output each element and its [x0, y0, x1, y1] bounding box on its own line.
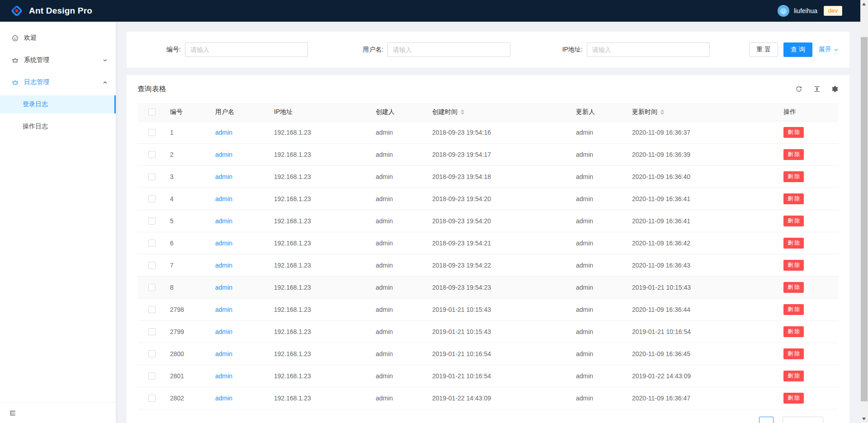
username-link[interactable]: admin — [215, 151, 232, 158]
table-row: 7 admin 192.168.1.23 admin 2018-09-23 19… — [137, 254, 839, 276]
vertical-scrollbar[interactable] — [860, 0, 868, 423]
cell-creator: admin — [372, 232, 429, 254]
username-link[interactable]: admin — [215, 173, 232, 180]
row-checkbox[interactable] — [148, 151, 156, 158]
page-size-select[interactable] — [783, 417, 823, 423]
crown-icon — [12, 79, 19, 86]
username-link[interactable]: admin — [215, 262, 232, 269]
expand-toggle[interactable]: 展开 — [819, 46, 839, 54]
cell-id: 3 — [166, 165, 212, 188]
cell-ip: 192.168.1.23 — [270, 165, 372, 188]
user-name[interactable]: liufeihua — [794, 7, 817, 14]
username-link[interactable]: admin — [215, 284, 232, 291]
cell-id: 2801 — [166, 365, 212, 387]
cell-id: 1 — [166, 121, 212, 143]
cell-updated-time: 2020-11-09 16:36:39 — [628, 143, 780, 165]
delete-button[interactable]: 删 除 — [783, 282, 804, 293]
row-checkbox[interactable] — [148, 195, 156, 202]
delete-button[interactable]: 删 除 — [783, 348, 804, 359]
query-button[interactable]: 查 询 — [783, 42, 812, 57]
delete-button[interactable]: 删 除 — [783, 171, 804, 182]
username-link[interactable]: admin — [215, 129, 232, 136]
username-link[interactable]: admin — [215, 350, 232, 357]
table-card: 查询表格 — [127, 75, 849, 423]
username-link[interactable]: admin — [215, 240, 232, 247]
row-checkbox[interactable] — [148, 350, 156, 357]
cell-ip: 192.168.1.23 — [270, 320, 372, 343]
select-all-checkbox[interactable] — [148, 108, 156, 116]
cell-updater: admin — [572, 320, 628, 343]
cell-ip: 192.168.1.23 — [270, 232, 372, 254]
sidebar-item-system-management[interactable]: 系统管理 — [0, 51, 116, 69]
row-checkbox[interactable] — [148, 328, 156, 335]
menu-fold-icon[interactable] — [9, 409, 16, 417]
username-link[interactable]: admin — [215, 395, 232, 402]
row-checkbox[interactable] — [148, 173, 156, 180]
sidebar-item-label: 操作日志 — [23, 122, 108, 131]
app-logo[interactable]: Ant Design Pro — [10, 4, 92, 18]
cell-id: 2799 — [166, 320, 212, 343]
delete-button[interactable]: 删 除 — [783, 393, 804, 404]
username-link[interactable]: admin — [215, 195, 232, 202]
user-avatar[interactable] — [778, 5, 789, 17]
cell-updated-time: 2019-01-22 14:43:09 — [628, 365, 780, 387]
sidebar-item-operation-log[interactable]: 操作日志 — [0, 118, 116, 136]
row-checkbox[interactable] — [148, 129, 156, 136]
delete-button[interactable]: 删 除 — [783, 260, 804, 271]
cell-updater: admin — [572, 121, 628, 143]
column-header-username: 用户名 — [212, 103, 270, 121]
row-checkbox[interactable] — [148, 262, 156, 269]
delete-button[interactable]: 删 除 — [783, 193, 804, 204]
sidebar-item-log-management[interactable]: 日志管理 — [0, 73, 116, 91]
pagination-page-1-button[interactable] — [759, 417, 774, 423]
username-link[interactable]: admin — [215, 217, 232, 225]
cell-creator: admin — [372, 276, 429, 298]
cell-updated-time: 2019-01-21 10:15:43 — [628, 276, 780, 298]
row-checkbox[interactable] — [148, 306, 156, 313]
cell-updated-time: 2019-01-21 10:16:54 — [628, 320, 780, 343]
column-header-updated-time[interactable]: 更新时间 — [628, 103, 780, 121]
env-tag: dev — [824, 6, 842, 16]
sorter-icon — [461, 109, 464, 115]
settings-gear-icon[interactable] — [831, 85, 839, 93]
table-row: 2802 admin 192.168.1.23 admin 2019-01-22… — [137, 387, 839, 409]
username-link[interactable]: admin — [215, 328, 232, 335]
sidebar-item-login-log[interactable]: 登录日志 — [0, 95, 116, 113]
row-checkbox[interactable] — [148, 284, 156, 291]
column-header-created-time[interactable]: 创建时间 — [429, 103, 572, 121]
scrollbar-down-arrow-icon[interactable] — [862, 418, 866, 420]
table-title: 查询表格 — [137, 85, 166, 94]
chevron-down-icon — [103, 58, 108, 63]
reset-button[interactable]: 重 置 — [749, 42, 778, 57]
id-input[interactable] — [185, 42, 308, 57]
ip-input[interactable] — [587, 42, 710, 57]
row-checkbox[interactable] — [148, 240, 156, 247]
delete-button[interactable]: 删 除 — [783, 304, 804, 315]
row-checkbox[interactable] — [148, 395, 156, 402]
cell-id: 2 — [166, 143, 212, 165]
delete-button[interactable]: 删 除 — [783, 216, 804, 226]
username-link[interactable]: admin — [215, 306, 232, 313]
cell-created-time: 2019-01-21 10:16:54 — [429, 365, 572, 387]
cell-creator: admin — [372, 387, 429, 409]
username-link[interactable]: admin — [215, 372, 232, 380]
cell-creator: admin — [372, 188, 429, 210]
field-ip: IP地址: — [536, 42, 736, 57]
cell-ip: 192.168.1.23 — [270, 254, 372, 276]
cell-updated-time: 2020-11-09 16:36:47 — [628, 387, 780, 409]
table-row: 1 admin 192.168.1.23 admin 2018-09-23 19… — [137, 121, 839, 143]
row-checkbox[interactable] — [148, 372, 156, 380]
delete-button[interactable]: 删 除 — [783, 326, 804, 337]
delete-button[interactable]: 删 除 — [783, 127, 804, 138]
username-input[interactable] — [387, 42, 510, 57]
delete-button[interactable]: 删 除 — [783, 238, 804, 249]
reload-icon[interactable] — [795, 85, 802, 93]
column-height-icon[interactable] — [813, 85, 821, 93]
scrollbar-up-arrow-icon[interactable] — [862, 3, 866, 5]
delete-button[interactable]: 删 除 — [783, 371, 804, 381]
sidebar-item-welcome[interactable]: 欢迎 — [0, 29, 116, 47]
delete-button[interactable]: 删 除 — [783, 149, 804, 160]
scrollbar-thumb[interactable] — [861, 37, 868, 401]
cell-creator: admin — [372, 143, 429, 165]
row-checkbox[interactable] — [148, 217, 156, 225]
